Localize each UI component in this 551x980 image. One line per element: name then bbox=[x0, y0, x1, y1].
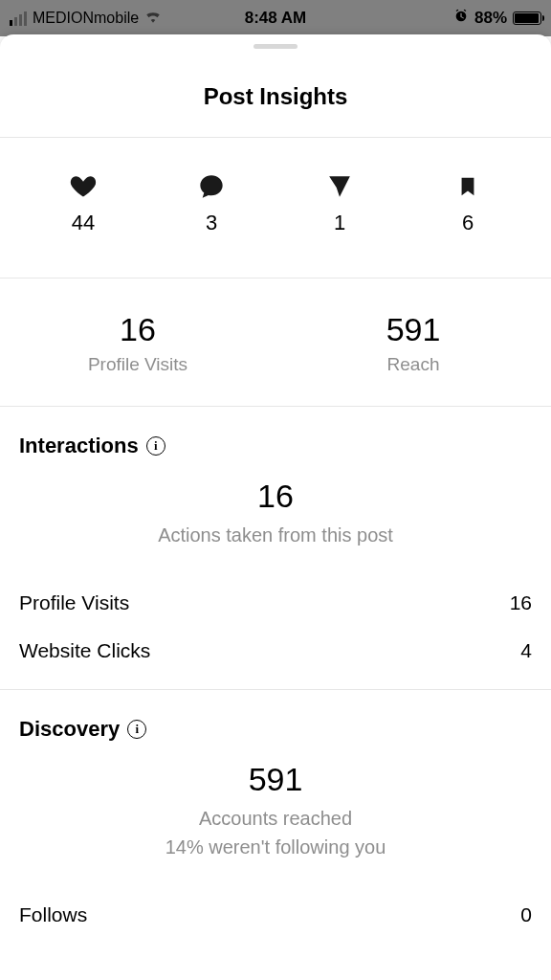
battery-icon bbox=[513, 11, 541, 25]
follows-row-value: 0 bbox=[520, 903, 532, 926]
comment-icon bbox=[197, 172, 226, 201]
discovery-total: 591 bbox=[19, 761, 532, 798]
info-icon[interactable]: i bbox=[146, 436, 165, 456]
likes-count: 44 bbox=[72, 211, 95, 235]
alarm-icon bbox=[453, 9, 469, 29]
reach-label: Reach bbox=[276, 354, 551, 375]
reach-summary: 591 Reach bbox=[276, 311, 551, 375]
follows-row-label: Follows bbox=[19, 903, 87, 926]
interactions-section: Interactions i 16 Actions taken from thi… bbox=[0, 407, 551, 690]
saves-count: 6 bbox=[462, 211, 474, 235]
clock: 8:48 AM bbox=[245, 9, 307, 28]
discovery-heading: Discovery i bbox=[19, 717, 532, 742]
shares-stat: 1 bbox=[325, 172, 354, 235]
profile-visits-label: Profile Visits bbox=[0, 354, 276, 375]
comments-count: 3 bbox=[206, 211, 217, 235]
heart-icon bbox=[69, 172, 98, 201]
reach-value: 591 bbox=[276, 311, 551, 348]
info-icon[interactable]: i bbox=[127, 720, 146, 739]
bookmark-icon bbox=[453, 172, 482, 201]
engagement-row: 44 3 1 6 bbox=[0, 138, 551, 278]
summary-row: 16 Profile Visits 591 Reach bbox=[0, 278, 551, 407]
follows-row: Follows 0 bbox=[19, 879, 532, 951]
carrier-label: MEDIONmobile bbox=[33, 10, 139, 27]
discovery-subtitle2: 14% weren't following you bbox=[19, 833, 532, 861]
discovery-section: Discovery i 591 Accounts reached 14% wer… bbox=[0, 690, 551, 951]
send-icon bbox=[325, 172, 354, 201]
comments-stat: 3 bbox=[197, 172, 226, 235]
profile-visits-value: 16 bbox=[0, 311, 276, 348]
interactions-heading: Interactions i bbox=[19, 434, 532, 458]
website-clicks-row-label: Website Clicks bbox=[19, 639, 150, 662]
profile-visits-summary: 16 Profile Visits bbox=[0, 311, 276, 375]
website-clicks-row-value: 4 bbox=[520, 639, 532, 662]
signal-icon bbox=[10, 11, 27, 26]
likes-stat: 44 bbox=[69, 172, 98, 235]
shares-count: 1 bbox=[334, 211, 345, 235]
profile-visits-row: Profile Visits 16 bbox=[19, 567, 532, 639]
profile-visits-row-label: Profile Visits bbox=[19, 591, 129, 614]
discovery-subtitle1: Accounts reached bbox=[19, 804, 532, 833]
status-bar: MEDIONmobile 8:48 AM 88% bbox=[0, 0, 551, 36]
saves-stat: 6 bbox=[453, 172, 482, 235]
battery-label: 88% bbox=[474, 9, 507, 28]
status-left: MEDIONmobile bbox=[10, 10, 162, 27]
discovery-title: Discovery bbox=[19, 717, 120, 742]
profile-visits-row-value: 16 bbox=[510, 591, 532, 614]
interactions-subtitle: Actions taken from this post bbox=[19, 521, 532, 549]
page-title: Post Insights bbox=[0, 49, 551, 138]
website-clicks-row: Website Clicks 4 bbox=[19, 639, 532, 687]
interactions-total: 16 bbox=[19, 478, 532, 515]
interactions-title: Interactions bbox=[19, 434, 139, 458]
insights-sheet: Post Insights 44 3 1 6 bbox=[0, 34, 551, 980]
wifi-icon bbox=[144, 10, 162, 27]
status-right: 88% bbox=[453, 9, 541, 29]
